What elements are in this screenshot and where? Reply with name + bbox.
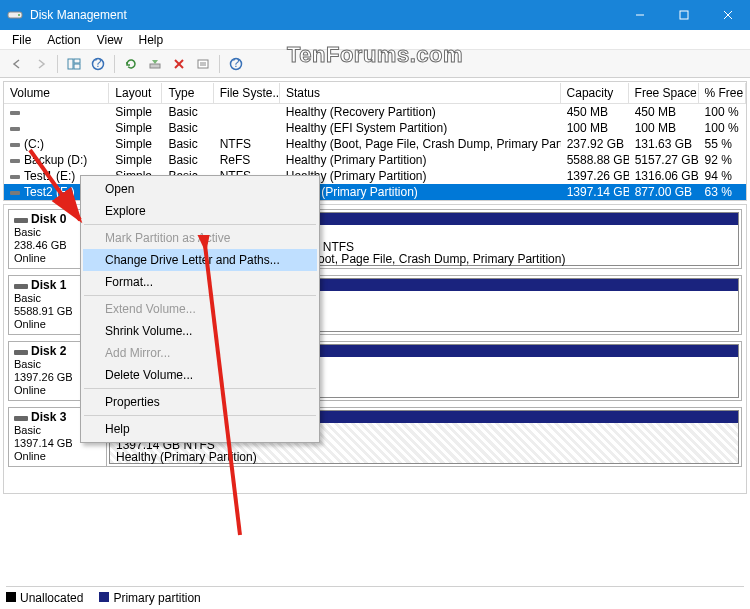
ctx-mark-active: Mark Partition as Active (83, 227, 317, 249)
titlebar: Disk Management (0, 0, 750, 30)
delete-button[interactable] (168, 53, 190, 75)
ctx-explore[interactable]: Explore (83, 200, 317, 222)
ctx-change-drive-letter[interactable]: Change Drive Letter and Paths... (83, 249, 317, 271)
menu-file[interactable]: File (6, 31, 37, 49)
svg-rect-11 (150, 64, 160, 68)
menu-view[interactable]: View (91, 31, 129, 49)
col-capacity[interactable]: Capacity (561, 83, 629, 103)
col-layout[interactable]: Layout (109, 83, 162, 103)
context-menu: Open Explore Mark Partition as Active Ch… (80, 175, 320, 443)
col-status[interactable]: Status (280, 83, 561, 103)
back-button[interactable] (6, 53, 28, 75)
volume-row[interactable]: SimpleBasicHealthy (EFI System Partition… (4, 120, 746, 136)
help-button[interactable]: ? (87, 53, 109, 75)
window-title: Disk Management (30, 8, 618, 22)
legend-primary: Primary partition (113, 591, 200, 605)
menubar: File Action View Help (0, 30, 750, 50)
forward-button[interactable] (30, 53, 52, 75)
ctx-delete-volume[interactable]: Delete Volume... (83, 364, 317, 386)
partition[interactable]: (C:)237.92 GB NTFSHealthy (Boot, Page Fi… (255, 212, 739, 266)
close-button[interactable] (706, 0, 750, 30)
ctx-shrink[interactable]: Shrink Volume... (83, 320, 317, 342)
svg-rect-7 (74, 59, 80, 63)
properties-button[interactable] (192, 53, 214, 75)
col-volume[interactable]: Volume (4, 83, 109, 103)
column-headers[interactable]: Volume Layout Type File Syste... Status … (4, 82, 746, 104)
ctx-add-mirror: Add Mirror... (83, 342, 317, 364)
minimize-button[interactable] (618, 0, 662, 30)
ctx-properties[interactable]: Properties (83, 391, 317, 413)
legend-unallocated: Unallocated (20, 591, 83, 605)
help2-button[interactable]: ? (225, 53, 247, 75)
svg-rect-8 (74, 64, 80, 69)
col-pct[interactable]: % Free (699, 83, 747, 103)
svg-rect-6 (68, 59, 73, 69)
ctx-open[interactable]: Open (83, 178, 317, 200)
refresh-button[interactable] (120, 53, 142, 75)
maximize-button[interactable] (662, 0, 706, 30)
menu-help[interactable]: Help (133, 31, 170, 49)
col-type[interactable]: Type (162, 83, 213, 103)
rescan-button[interactable] (144, 53, 166, 75)
col-fs[interactable]: File Syste... (214, 83, 280, 103)
ctx-format[interactable]: Format... (83, 271, 317, 293)
menu-action[interactable]: Action (41, 31, 86, 49)
volume-row[interactable]: SimpleBasicHealthy (Recovery Partition)4… (4, 104, 746, 120)
legend: Unallocated Primary partition (6, 586, 744, 605)
toolbar: ? ? (0, 50, 750, 78)
svg-rect-3 (680, 11, 688, 19)
ctx-extend: Extend Volume... (83, 298, 317, 320)
ctx-help[interactable]: Help (83, 418, 317, 440)
col-free[interactable]: Free Space (629, 83, 699, 103)
svg-text:?: ? (233, 57, 240, 70)
svg-text:?: ? (95, 57, 102, 70)
app-icon (6, 6, 24, 24)
svg-point-1 (18, 14, 20, 16)
volume-row[interactable]: (C:)SimpleBasicNTFSHealthy (Boot, Page F… (4, 136, 746, 152)
svg-rect-14 (198, 60, 208, 68)
volume-row[interactable]: Backup (D:)SimpleBasicReFSHealthy (Prima… (4, 152, 746, 168)
layout-button[interactable] (63, 53, 85, 75)
